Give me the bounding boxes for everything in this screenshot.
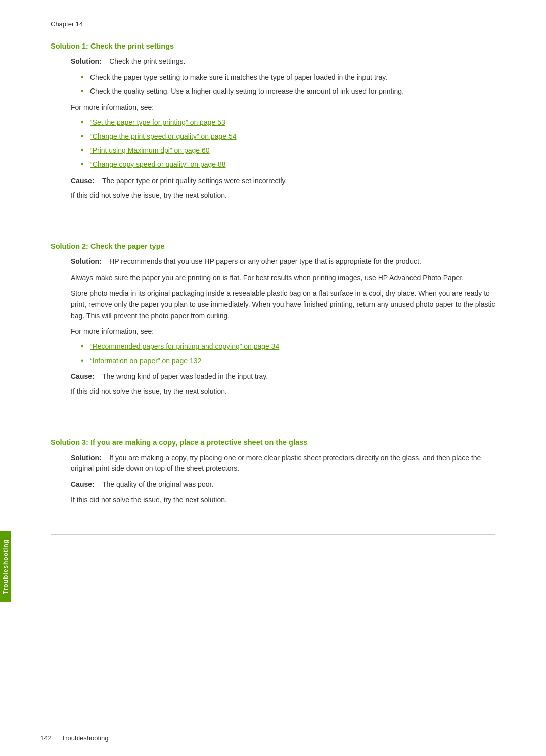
page-footer: 142 Troubleshooting: [40, 734, 506, 742]
footer-page-number: 142: [40, 734, 52, 742]
link[interactable]: “Change copy speed or quality” on page 8…: [90, 160, 226, 168]
solution-3-cause: Cause: The quality of the original was p…: [71, 479, 495, 491]
solution-2-block: Solution 2: Check the paper type Solutio…: [51, 242, 495, 416]
solution-2-cause-label: Cause:: [71, 372, 95, 380]
solution-3-block: Solution 3: If you are making a copy, pl…: [51, 438, 495, 524]
solution-2-label: Solution:: [71, 257, 102, 265]
list-item: “Information on paper” on page 132: [81, 355, 495, 367]
footer-section-label: Troubleshooting: [62, 734, 109, 742]
list-item: “Recommended papers for printing and cop…: [81, 341, 495, 352]
solution-2-cause: Cause: The wrong kind of paper was loade…: [71, 371, 495, 382]
divider-1: [51, 230, 495, 230]
solution-1-for-more: For more information, see:: [71, 102, 495, 113]
solution-2-para2: Always make sure the paper you are print…: [71, 273, 495, 284]
solution-2-solution-text: Solution: HP recommends that you use HP …: [71, 256, 495, 268]
solution-1-block: Solution 1: Check the print settings Sol…: [51, 42, 495, 219]
solution-1-cause-body: The paper type or print quality settings…: [102, 176, 287, 185]
solution-2-para3: Store photo media in its original packag…: [71, 288, 495, 321]
solution-2-links: “Recommended papers for printing and cop…: [81, 341, 495, 366]
solution-2-body: HP recommends that you use HP papers or …: [109, 257, 421, 265]
link[interactable]: “Recommended papers for printing and cop…: [90, 342, 279, 350]
list-item: “Change copy speed or quality” on page 8…: [81, 159, 495, 170]
solution-3-cause-label: Cause:: [71, 480, 95, 488]
solution-1-next: If this did not solve the issue, try the…: [71, 190, 495, 201]
solution-3-body: If you are making a copy, try placing on…: [71, 454, 481, 473]
list-item: Check the paper type setting to make sur…: [81, 72, 495, 83]
link[interactable]: “Information on paper” on page 132: [90, 357, 201, 365]
solution-2-for-more: For more information, see:: [71, 326, 495, 337]
solution-2-cause-body: The wrong kind of paper was loaded in th…: [102, 372, 268, 380]
solution-3-solution-text: Solution: If you are making a copy, try …: [71, 453, 495, 474]
solution-1-body: Check the print settings.: [109, 57, 185, 65]
divider-2: [51, 426, 495, 426]
solution-1-solution-text: Solution: Check the print settings.: [71, 56, 495, 67]
solution-1-heading: Solution 1: Check the print settings: [51, 42, 495, 50]
sidebar-tab-label: Troubleshooting: [2, 539, 9, 594]
link[interactable]: “Print using Maximum dpi” on page 60: [90, 146, 210, 154]
solution-2-next: If this did not solve the issue, try the…: [71, 386, 495, 397]
solution-1-cause: Cause: The paper type or print quality s…: [71, 175, 495, 187]
solution-3-cause-body: The quality of the original was poor.: [102, 480, 213, 488]
solution-3-label: Solution:: [71, 454, 102, 462]
solution-3-next: If this did not solve the issue, try the…: [71, 495, 495, 506]
list-item: “Change the print speed or quality” on p…: [81, 131, 495, 142]
divider-3: [51, 534, 495, 535]
link[interactable]: “Change the print speed or quality” on p…: [90, 132, 237, 140]
sidebar-tab: Troubleshooting: [0, 531, 11, 602]
solution-1-links: “Set the paper type for printing” on pag…: [81, 117, 495, 170]
link[interactable]: “Set the paper type for printing” on pag…: [90, 118, 225, 126]
solution-1-cause-label: Cause:: [71, 176, 95, 185]
solution-3-heading: Solution 3: If you are making a copy, pl…: [51, 438, 495, 447]
list-item: “Set the paper type for printing” on pag…: [81, 117, 495, 128]
list-item: “Print using Maximum dpi” on page 60: [81, 145, 495, 156]
solution-1-bullets: Check the paper type setting to make sur…: [81, 72, 495, 97]
list-item: Check the quality setting. Use a higher …: [81, 86, 495, 97]
chapter-label: Chapter 14: [51, 20, 495, 28]
solution-2-heading: Solution 2: Check the paper type: [51, 242, 495, 250]
solution-1-label: Solution:: [71, 57, 102, 65]
